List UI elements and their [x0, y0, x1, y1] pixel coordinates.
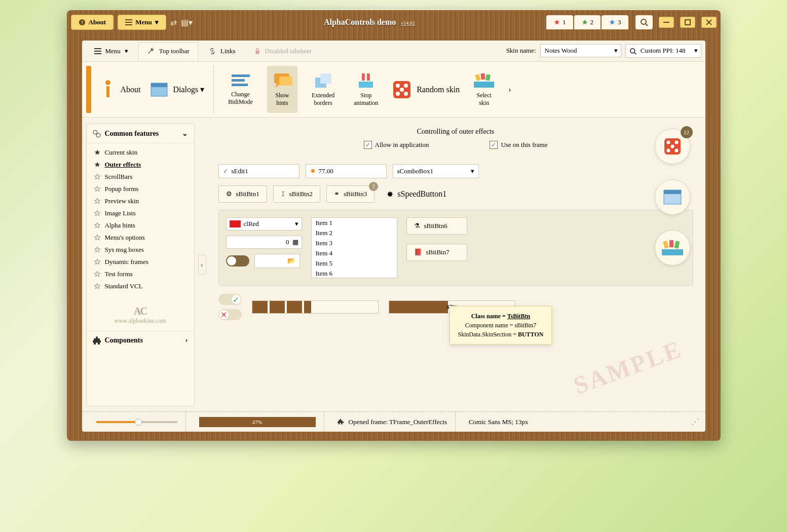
- num-value: 0: [230, 238, 289, 246]
- bitbtn-7[interactable]: 📕sBitBtn7: [406, 244, 467, 261]
- status-frame-text: Opened frame: TFrame_OuterEffects: [349, 418, 447, 426]
- sidebar-item-hints[interactable]: Alpha hints: [87, 219, 194, 232]
- tab-menu[interactable]: Menu ▾: [86, 43, 136, 59]
- bitbtn-6[interactable]: ⚗sBitBtn6: [406, 217, 467, 235]
- file-input[interactable]: 📂: [254, 254, 300, 268]
- listbox[interactable]: Item 1 Item 2 Item 3 Item 4 Item 5 Item …: [311, 217, 397, 278]
- minimize-button[interactable]: [659, 17, 674, 28]
- secondary-tabbar: Menu ▾ Top toolbar Links Disabled tabshe…: [82, 41, 705, 62]
- sidebar-item-imagelists[interactable]: Image Lists: [87, 207, 194, 219]
- round-window[interactable]: [655, 179, 690, 215]
- mini-progress-text: 47%: [252, 419, 262, 425]
- tool-item-borders[interactable]: Extended borders: [307, 66, 340, 113]
- star-tab-2[interactable]: 2: [574, 15, 601, 29]
- hamburger-icon: [125, 19, 132, 25]
- layout-dropdown[interactable]: ▤▾: [181, 18, 193, 27]
- tool-item-dialogs[interactable]: Dialogs ▾: [150, 66, 205, 113]
- svg-point-47: [666, 149, 670, 153]
- check-allow[interactable]: ✓Allow in application: [364, 141, 429, 149]
- tool-item-bidi[interactable]: Change BidiMode: [223, 66, 258, 113]
- app-window: ? About Menu ▾ ⇄ ▤▾ AlphaControls demo v…: [67, 10, 721, 441]
- check-label: Use on this frame: [501, 141, 547, 149]
- sidebar-head-components[interactable]: Components ›: [87, 331, 194, 350]
- skin-controls: Skin name: Notes Wood Custom PPI: 148: [506, 44, 701, 57]
- star-tab-1[interactable]: 1: [546, 15, 573, 29]
- skin-combo[interactable]: Notes Wood: [540, 44, 621, 57]
- sidebar-item-popup[interactable]: Popup forms: [87, 183, 194, 195]
- menu-button[interactable]: Menu ▾: [118, 15, 166, 30]
- star-tab-3[interactable]: 3: [602, 15, 628, 29]
- slider-thumb[interactable]: [135, 419, 142, 426]
- svg-rect-3: [125, 22, 132, 23]
- tool-item-selectskin[interactable]: Select skin: [469, 66, 499, 113]
- bitbtn-2[interactable]: 𝙸sBitBtn2: [273, 185, 320, 203]
- sidebar-item-tests[interactable]: Test forms: [87, 268, 194, 280]
- list-item[interactable]: Item 6: [312, 269, 397, 278]
- tool-item-stopanim[interactable]: Stop animation: [349, 66, 383, 113]
- svg-rect-40: [485, 74, 491, 81]
- sidebar-item-outer-effects[interactable]: Outer effects: [87, 159, 194, 171]
- edit-1[interactable]: ✓sEdit1: [218, 164, 299, 178]
- app-title-text: AlphaControls demo: [324, 18, 396, 26]
- tab-links[interactable]: Links: [200, 43, 244, 59]
- hamburger-icon: [94, 48, 101, 54]
- speedbutton-1[interactable]: ✸sSpeedButton1: [387, 189, 446, 199]
- slider[interactable]: [96, 421, 177, 423]
- star-tabs: 1 2 3: [546, 15, 628, 29]
- ppi-combo[interactable]: Custom PPI: 148: [625, 44, 701, 57]
- tab-top-toolbar[interactable]: Top toolbar: [138, 43, 198, 59]
- scroll-right-button[interactable]: ›: [508, 85, 511, 94]
- round-palette[interactable]: [655, 230, 690, 265]
- toggle-1[interactable]: [226, 255, 249, 267]
- list-item[interactable]: Item 5: [312, 258, 397, 269]
- footer-link[interactable]: www.alphaskins.com: [87, 317, 194, 325]
- resize-grip[interactable]: ⋰: [691, 417, 699, 427]
- list-item[interactable]: Item 4: [312, 248, 397, 258]
- check-frame[interactable]: ✓Use on this frame: [490, 141, 547, 149]
- svg-rect-11: [94, 48, 101, 49]
- sidebar-item-label: Outer effects: [105, 161, 141, 169]
- search-button[interactable]: [635, 15, 653, 29]
- switch-off[interactable]: ✕: [218, 309, 242, 320]
- tool-label: Random skin: [417, 85, 460, 94]
- round-dice[interactable]: 12: [655, 129, 690, 164]
- tool-item-hints[interactable]: Show hints: [267, 66, 297, 113]
- sidebar-item-menus[interactable]: Menu's options: [87, 232, 194, 244]
- about-button[interactable]: ? About: [71, 15, 114, 30]
- svg-point-45: [674, 141, 678, 144]
- combo-1[interactable]: sComboBox1▾: [393, 164, 479, 178]
- bitbtn-1[interactable]: ⚙sBitBtn1: [218, 185, 267, 203]
- list-item[interactable]: Item 3: [312, 238, 397, 248]
- swap-icon[interactable]: ⇄: [170, 18, 177, 27]
- list-item[interactable]: Item 2: [312, 228, 397, 238]
- toolbar-strip: About Dialogs ▾ Change BidiMode Show hin…: [82, 62, 705, 118]
- svg-rect-37: [474, 82, 494, 88]
- btn-label: sBitBtn7: [426, 248, 449, 256]
- sidebar-item-frames[interactable]: Dynamic frames: [87, 256, 194, 268]
- sidebar-item-current-skin[interactable]: Current skin: [87, 146, 194, 159]
- sidebar-item-sysmsg[interactable]: Sys msg boxes: [87, 244, 194, 256]
- sidebar-head-label: Common features: [105, 130, 159, 138]
- sidebar-head-features[interactable]: Common features ⌄: [87, 124, 194, 143]
- checkbox-icon: ✓: [490, 141, 498, 149]
- close-button[interactable]: [701, 17, 717, 28]
- sidebar-item-vcl[interactable]: Standard VCL: [87, 280, 194, 292]
- bitbtn-3[interactable]: ⚭sBitBtn3?: [326, 185, 374, 203]
- svg-point-35: [396, 92, 400, 96]
- star-icon: [553, 19, 560, 26]
- sidebar-collapse-button[interactable]: ‹: [198, 255, 206, 275]
- tool-item-random[interactable]: Random skin: [392, 66, 460, 113]
- sidebar-item-scrollbars[interactable]: ScrollBars: [87, 171, 194, 183]
- list-item[interactable]: Item 1: [312, 218, 397, 228]
- switch-knob: ✓: [232, 295, 241, 304]
- switch-on[interactable]: ✓: [218, 294, 242, 305]
- version-label[interactable]: v14.02: [401, 20, 415, 26]
- color-combo[interactable]: clRed: [226, 217, 302, 231]
- maximize-button[interactable]: [680, 17, 695, 28]
- edit-2[interactable]: ✸77.00: [306, 164, 387, 178]
- sidebar-item-preview[interactable]: Preview skin: [87, 195, 194, 207]
- tool-item-about[interactable]: About: [100, 66, 141, 113]
- number-input[interactable]: 0▦: [226, 236, 302, 249]
- tab-label: Menu: [105, 47, 121, 55]
- link-icon: [208, 47, 216, 55]
